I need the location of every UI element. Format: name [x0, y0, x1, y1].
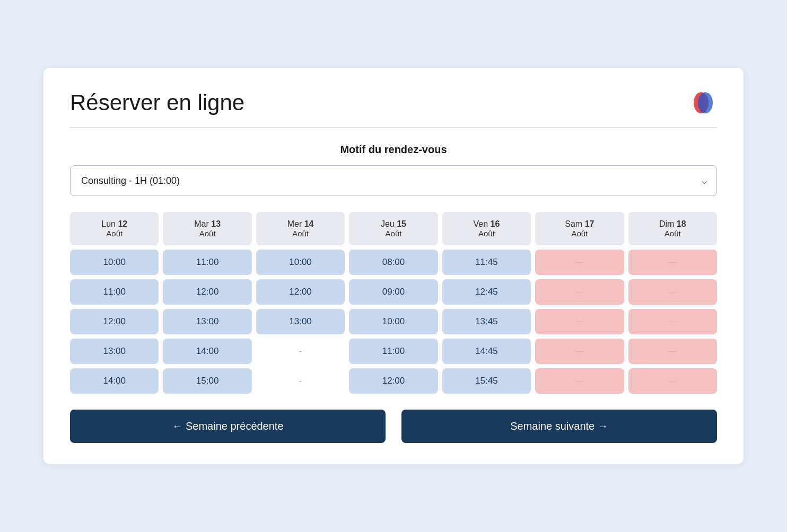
- slot-jeu-3[interactable]: 11:00: [349, 339, 438, 364]
- slot-mer-1[interactable]: 12:00: [256, 279, 345, 305]
- svg-point-1: [698, 92, 713, 113]
- slots-col-sam: —————: [535, 250, 624, 394]
- slot-lun-3[interactable]: 13:00: [70, 339, 159, 364]
- booking-card: Réserver en ligne Motif du rendez-vous C…: [43, 68, 744, 464]
- slot-lun-2[interactable]: 12:00: [70, 309, 159, 334]
- day-header-mer: Mer 14Août: [256, 212, 345, 245]
- slot-mar-0[interactable]: 11:00: [163, 250, 251, 275]
- slot-lun-0[interactable]: 10:00: [70, 250, 159, 275]
- slot-sam-3: —: [535, 339, 624, 364]
- day-header-mar: Mar 13Août: [163, 212, 251, 245]
- prev-week-button[interactable]: ← Semaine précédente: [70, 410, 386, 443]
- slot-dim-0: —: [628, 250, 717, 275]
- slot-jeu-0[interactable]: 08:00: [349, 250, 438, 275]
- page-title: Réserver en ligne: [70, 90, 244, 116]
- slot-mar-3[interactable]: 14:00: [163, 339, 251, 364]
- day-header-jeu: Jeu 15Août: [349, 212, 438, 245]
- slot-ven-2[interactable]: 13:45: [442, 309, 531, 334]
- slot-dim-2: —: [628, 309, 717, 334]
- slot-sam-4: —: [535, 368, 624, 394]
- slot-jeu-2[interactable]: 10:00: [349, 309, 438, 334]
- slot-ven-1[interactable]: 12:45: [442, 279, 531, 305]
- slot-ven-3[interactable]: 14:45: [442, 339, 531, 364]
- slots-col-dim: —————: [628, 250, 717, 394]
- day-header-ven: Ven 16Août: [442, 212, 531, 245]
- slot-mar-2[interactable]: 13:00: [163, 309, 251, 334]
- footer-buttons: ← Semaine précédente Semaine suivante →: [70, 410, 717, 443]
- slot-lun-4[interactable]: 14:00: [70, 368, 159, 394]
- slot-sam-1: —: [535, 279, 624, 305]
- logo-icon: [689, 89, 717, 117]
- slots-col-mer: 10:0012:0013:00--: [256, 250, 345, 394]
- next-week-button[interactable]: Semaine suivante →: [401, 410, 717, 443]
- slot-mer-3: -: [256, 339, 345, 364]
- slot-mar-1[interactable]: 12:00: [163, 279, 251, 305]
- slots-col-lun: 10:0011:0012:0013:0014:00: [70, 250, 159, 394]
- slots-col-ven: 11:4512:4513:4514:4515:45: [442, 250, 531, 394]
- slot-lun-1[interactable]: 11:00: [70, 279, 159, 305]
- slot-dim-3: —: [628, 339, 717, 364]
- slot-mer-2[interactable]: 13:00: [256, 309, 345, 334]
- day-header-lun: Lun 12Août: [70, 212, 159, 245]
- slot-jeu-1[interactable]: 09:00: [349, 279, 438, 305]
- motif-select[interactable]: Consulting - 1H (01:00): [70, 165, 717, 196]
- slot-ven-4[interactable]: 15:45: [442, 368, 531, 394]
- slots-col-mar: 11:0012:0013:0014:0015:00: [163, 250, 251, 394]
- slot-mer-0[interactable]: 10:00: [256, 250, 345, 275]
- slot-jeu-4[interactable]: 12:00: [349, 368, 438, 394]
- day-header-sam: Sam 17Août: [535, 212, 624, 245]
- slots-col-jeu: 08:0009:0010:0011:0012:00: [349, 250, 438, 394]
- slot-ven-0[interactable]: 11:45: [442, 250, 531, 275]
- motif-label: Motif du rendez-vous: [70, 144, 717, 156]
- slot-sam-0: —: [535, 250, 624, 275]
- calendar-grid: Lun 12AoûtMar 13AoûtMer 14AoûtJeu 15Août…: [70, 212, 717, 394]
- slot-mar-4[interactable]: 15:00: [163, 368, 251, 394]
- motif-select-wrapper: Consulting - 1H (01:00) ⌵: [70, 165, 717, 196]
- slot-mer-4: -: [256, 368, 345, 394]
- slot-dim-1: —: [628, 279, 717, 305]
- slot-dim-4: —: [628, 368, 717, 394]
- day-header-dim: Dim 18Août: [628, 212, 717, 245]
- header: Réserver en ligne: [70, 89, 717, 128]
- slot-sam-2: —: [535, 309, 624, 334]
